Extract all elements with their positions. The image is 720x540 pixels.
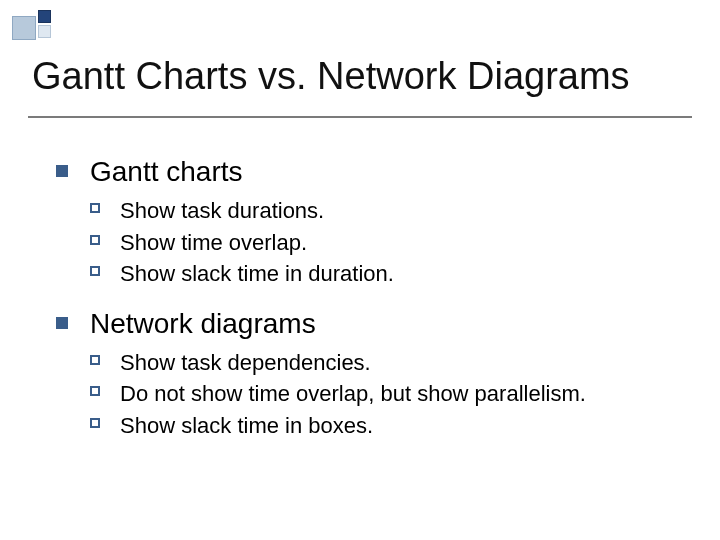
list-item: Do not show time overlap, but show paral… (90, 380, 680, 408)
list-item-text: Show slack time in boxes. (120, 413, 373, 438)
list-item: Show slack time in duration. (90, 260, 680, 288)
list-item-text: Show time overlap. (120, 230, 307, 255)
hollow-square-bullet-icon (90, 355, 100, 365)
section-heading: Network diagrams (56, 306, 680, 341)
decoration-square-large (12, 16, 36, 40)
hollow-square-bullet-icon (90, 418, 100, 428)
list-item-text: Show task dependencies. (120, 350, 371, 375)
hollow-square-bullet-icon (90, 386, 100, 396)
list-item: Show time overlap. (90, 229, 680, 257)
square-bullet-icon (56, 165, 68, 177)
title-underline (28, 116, 692, 118)
list-item-text: Show slack time in duration. (120, 261, 394, 286)
hollow-square-bullet-icon (90, 235, 100, 245)
square-bullet-icon (56, 317, 68, 329)
list-item-text: Do not show time overlap, but show paral… (120, 381, 586, 406)
list-item-text: Show task durations. (120, 198, 324, 223)
section-heading-text: Network diagrams (90, 308, 316, 339)
hollow-square-bullet-icon (90, 266, 100, 276)
list-item: Show task durations. (90, 197, 680, 225)
section-items: Show task dependencies. Do not show time… (56, 349, 680, 440)
corner-decoration (12, 10, 56, 44)
list-item: Show slack time in boxes. (90, 412, 680, 440)
hollow-square-bullet-icon (90, 203, 100, 213)
slide: Gantt Charts vs. Network Diagrams Gantt … (0, 0, 720, 540)
decoration-square-small-dark (38, 10, 51, 23)
decoration-square-small-light (38, 25, 51, 38)
list-item: Show task dependencies. (90, 349, 680, 377)
section-items: Show task durations. Show time overlap. … (56, 197, 680, 288)
slide-title: Gantt Charts vs. Network Diagrams (32, 56, 688, 98)
section-heading-text: Gantt charts (90, 156, 243, 187)
slide-body: Gantt charts Show task durations. Show t… (56, 144, 680, 457)
section-heading: Gantt charts (56, 154, 680, 189)
